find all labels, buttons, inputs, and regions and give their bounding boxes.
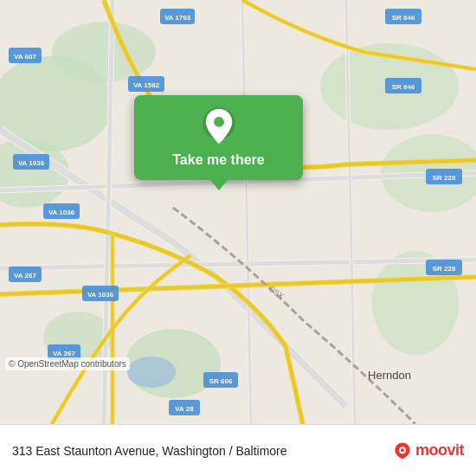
address-text: 313 East Staunton Avenue, Washington / B… <box>12 444 384 458</box>
svg-text:SR 846: SR 846 <box>392 14 415 22</box>
svg-point-43 <box>401 448 404 452</box>
svg-text:SR 228: SR 228 <box>433 174 456 182</box>
svg-text:VA 1036: VA 1036 <box>87 291 114 299</box>
map-view: VA 1793 VA 607 VA 1582 SR 846 SR 846 VA … <box>0 0 476 424</box>
svg-text:VA 1036: VA 1036 <box>18 159 45 167</box>
svg-text:VA 1793: VA 1793 <box>164 14 191 22</box>
svg-text:VA 1036: VA 1036 <box>48 209 75 216</box>
moovit-logo: moovit <box>393 441 464 460</box>
popup-label: Take me there <box>172 152 264 168</box>
bottom-bar: 313 East Staunton Avenue, Washington / B… <box>0 424 476 476</box>
svg-text:VA 1582: VA 1582 <box>133 81 160 89</box>
svg-text:VA 607: VA 607 <box>14 53 36 61</box>
svg-text:SR 846: SR 846 <box>392 83 415 91</box>
svg-text:SR 606: SR 606 <box>209 377 233 385</box>
svg-text:VA 28: VA 28 <box>175 405 194 413</box>
svg-text:SR 228: SR 228 <box>433 265 456 273</box>
moovit-brand-name: moovit <box>415 441 464 460</box>
location-pin-icon <box>200 107 238 145</box>
svg-text:VA 267: VA 267 <box>53 350 75 357</box>
svg-text:VA 267: VA 267 <box>14 272 36 280</box>
svg-point-41 <box>214 117 224 127</box>
moovit-pin-icon <box>393 441 412 460</box>
svg-point-3 <box>52 22 156 82</box>
svg-point-9 <box>127 357 176 388</box>
take-me-there-popup[interactable]: Take me there <box>134 95 303 180</box>
svg-text:Herndon: Herndon <box>368 369 411 382</box>
map-attribution: © OpenStreetMap contributors <box>5 357 130 370</box>
